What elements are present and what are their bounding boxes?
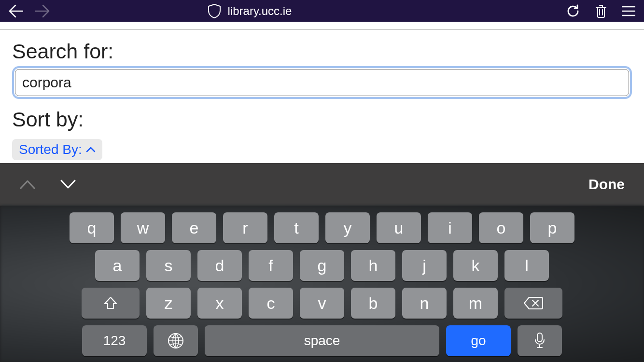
key-backspace[interactable] [504, 288, 562, 319]
search-field-wrap [12, 66, 632, 99]
key-shift[interactable] [82, 288, 140, 319]
key-a[interactable]: a [95, 250, 140, 281]
key-space[interactable]: space [205, 325, 439, 356]
key-go[interactable]: go [446, 325, 511, 356]
key-w[interactable]: w [121, 212, 165, 243]
backspace-icon [523, 296, 544, 310]
virtual-keyboard: qwertyuiop asdfghjkl zxcvbnm 123 space g… [0, 206, 644, 362]
key-f[interactable]: f [249, 250, 293, 281]
keyboard-accessory-bar: Done [0, 163, 644, 206]
reload-button[interactable] [566, 4, 580, 18]
key-h[interactable]: h [351, 250, 395, 281]
search-input[interactable] [15, 69, 629, 96]
form-next-button[interactable] [60, 179, 76, 190]
key-m[interactable]: m [453, 288, 498, 319]
key-j[interactable]: j [402, 250, 447, 281]
keyboard-done-button[interactable]: Done [588, 176, 625, 193]
key-dictation[interactable] [518, 325, 562, 356]
shield-icon [208, 4, 221, 18]
key-l[interactable]: l [504, 250, 549, 281]
key-i[interactable]: i [428, 212, 472, 243]
key-d[interactable]: d [197, 250, 242, 281]
key-g[interactable]: g [300, 250, 344, 281]
key-x[interactable]: x [197, 288, 242, 319]
key-e[interactable]: e [172, 212, 216, 243]
svg-rect-1 [537, 333, 542, 342]
key-b[interactable]: b [351, 288, 395, 319]
browser-toolbar: library.ucc.ie [0, 0, 644, 22]
key-o[interactable]: o [479, 212, 523, 243]
sort-chip-label: Sorted By: [19, 142, 82, 157]
menu-icon[interactable] [622, 5, 635, 17]
key-r[interactable]: r [223, 212, 267, 243]
keyboard-row-2: asdfghjkl [95, 250, 549, 281]
keyboard-area: Done qwertyuiop asdfghjkl zxcvbnm 123 sp… [0, 163, 644, 362]
keyboard-row-3: zxcvbnm [82, 288, 562, 319]
key-globe[interactable] [154, 325, 198, 356]
microphone-icon [534, 332, 546, 349]
key-c[interactable]: c [249, 288, 293, 319]
chevron-up-icon [86, 146, 96, 153]
key-y[interactable]: y [325, 212, 370, 243]
url-text: library.ucc.ie [228, 4, 292, 18]
globe-icon [167, 332, 184, 349]
address-bar[interactable]: library.ucc.ie [1, 4, 498, 18]
page-content: Search for: Sort by: Sorted By: [0, 29, 644, 160]
key-q[interactable]: q [70, 212, 114, 243]
sort-by-dropdown[interactable]: Sorted By: [12, 139, 102, 160]
key-n[interactable]: n [402, 288, 447, 319]
key-u[interactable]: u [377, 212, 421, 243]
search-label: Search for: [12, 40, 632, 63]
shift-icon [103, 295, 118, 311]
sort-label: Sort by: [12, 108, 632, 131]
trash-icon[interactable] [595, 4, 607, 18]
key-t[interactable]: t [274, 212, 319, 243]
keyboard-row-4: 123 space go [82, 325, 562, 356]
form-prev-button[interactable] [19, 179, 36, 190]
key-k[interactable]: k [453, 250, 498, 281]
keyboard-row-1: qwertyuiop [70, 212, 574, 243]
key-p[interactable]: p [530, 212, 574, 243]
key-s[interactable]: s [146, 250, 191, 281]
key-v[interactable]: v [300, 288, 344, 319]
key-numbers[interactable]: 123 [82, 325, 147, 356]
key-z[interactable]: z [146, 288, 191, 319]
